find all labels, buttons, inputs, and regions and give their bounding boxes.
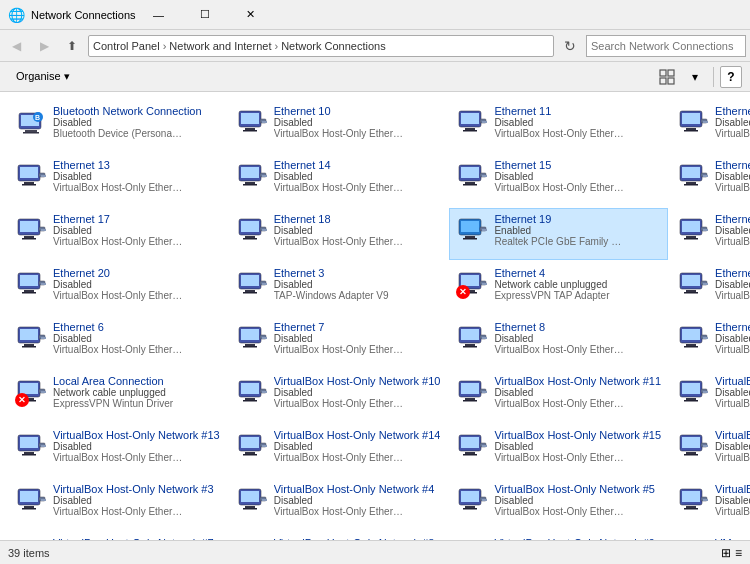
- forward-button[interactable]: ▶: [32, 34, 56, 58]
- network-desc: VirtualBox Host-Only Ethernet Ad...: [53, 344, 183, 355]
- help-button[interactable]: ?: [720, 66, 742, 88]
- network-desc: VirtualBox Host-Only Ethernet Ad...: [274, 182, 404, 193]
- network-desc: VirtualBox Host-Only Ethernet Ad...: [715, 128, 750, 139]
- svg-rect-123: [703, 337, 708, 339]
- network-icon: [456, 483, 488, 515]
- network-item[interactable]: VirtualBox Host-Only Network #10Disabled…: [229, 370, 448, 422]
- search-input[interactable]: [586, 35, 746, 57]
- svg-rect-180: [245, 506, 255, 508]
- svg-rect-97: [684, 292, 698, 294]
- view-small-icon[interactable]: ≡: [735, 546, 742, 560]
- network-item[interactable]: VirtualBox Host-Only Network #8DisabledV…: [229, 532, 448, 540]
- network-item[interactable]: VirtualBox Host-Only Network #11Disabled…: [449, 370, 668, 422]
- network-item[interactable]: VirtualBox Host-Only Network #15Disabled…: [449, 424, 668, 476]
- network-item[interactable]: VirtualBox Host-Only Network #6DisabledV…: [670, 478, 750, 530]
- network-item[interactable]: VirtualBox Host-Only Network #5DisabledV…: [449, 478, 668, 530]
- network-icon: [677, 267, 709, 299]
- network-status: Disabled: [274, 333, 441, 344]
- svg-rect-150: [24, 452, 34, 454]
- network-item[interactable]: Ethernet 20DisabledVirtualBox Host-Only …: [8, 262, 227, 314]
- network-item[interactable]: Ethernet 13DisabledVirtualBox Host-Only …: [8, 154, 227, 206]
- network-desc: VirtualBox Host-Only Ethernet Ad...: [274, 236, 404, 247]
- network-desc: VirtualBox Host-Only Ethernet Ad...: [715, 290, 750, 301]
- network-info: Ethernet 7DisabledVirtualBox Host-Only E…: [274, 321, 441, 355]
- network-item[interactable]: VirtualBox Host-Only Network #9DisabledV…: [449, 532, 668, 540]
- view-list-button[interactable]: ▾: [683, 66, 707, 88]
- network-item[interactable]: Ethernet 9DisabledVirtualBox Host-Only E…: [670, 316, 750, 368]
- network-item[interactable]: VirtualBox Host-Only Network #13Disabled…: [8, 424, 227, 476]
- svg-rect-179: [241, 491, 259, 502]
- svg-rect-18: [465, 128, 475, 130]
- svg-rect-131: [241, 383, 259, 394]
- svg-rect-147: [703, 391, 708, 393]
- refresh-button[interactable]: ↻: [558, 34, 582, 58]
- network-name: VirtualBox Host-Only Network #14: [274, 429, 441, 441]
- network-desc: VirtualBox Host-Only Ethernet Ad...: [494, 398, 624, 409]
- network-icon: [677, 321, 709, 353]
- network-desc: VirtualBox Host-Only Ethernet Ad...: [53, 506, 183, 517]
- network-item[interactable]: Ethernet 5DisabledVirtualBox Host-Only E…: [670, 262, 750, 314]
- network-item[interactable]: VirtualBox Host-Only Network #4DisabledV…: [229, 478, 448, 530]
- network-icon: [236, 321, 268, 353]
- svg-rect-108: [245, 344, 255, 346]
- svg-rect-149: [20, 437, 38, 448]
- svg-rect-193: [684, 508, 698, 510]
- network-item[interactable]: Ethernet 7DisabledVirtualBox Host-Only E…: [229, 316, 448, 368]
- svg-rect-151: [22, 454, 36, 456]
- maximize-button[interactable]: ☐: [182, 0, 228, 30]
- network-item[interactable]: VirtualBox Host-Only Network #3DisabledV…: [8, 478, 227, 530]
- svg-rect-135: [262, 391, 267, 393]
- svg-rect-31: [22, 184, 36, 186]
- network-item[interactable]: Ethernet 19EnabledRealtek PCIe GbE Famil…: [449, 208, 668, 260]
- svg-rect-157: [243, 454, 257, 456]
- network-desc: VirtualBox Host-Only Ethernet Ad...: [494, 182, 624, 193]
- network-name: Ethernet 10: [274, 105, 441, 117]
- network-icon: [677, 213, 709, 245]
- network-status: Disabled: [494, 117, 661, 128]
- network-info: Ethernet 20DisabledVirtualBox Host-Only …: [53, 267, 220, 301]
- network-desc: VirtualBox Host-Only Ethernet Ad...: [715, 398, 750, 409]
- organise-button[interactable]: Organise ▾: [8, 66, 78, 88]
- network-item[interactable]: VirtualBox Host-Only Network #7DisabledV…: [8, 532, 227, 540]
- network-item[interactable]: Ethernet 11DisabledVirtualBox Host-Only …: [449, 100, 668, 152]
- network-icon: [456, 105, 488, 137]
- network-item[interactable]: Ethernet 6DisabledVirtualBox Host-Only E…: [8, 316, 227, 368]
- close-button[interactable]: ✕: [228, 0, 274, 30]
- network-item[interactable]: Ethernet 3DisabledTAP-Windows Adapter V9: [229, 262, 448, 314]
- network-item[interactable]: B Bluetooth Network ConnectionDisabledBl…: [8, 100, 227, 152]
- network-item[interactable]: Ethernet 17DisabledVirtualBox Host-Only …: [8, 208, 227, 260]
- network-item[interactable]: Ethernet 10DisabledVirtualBox Host-Only …: [229, 100, 448, 152]
- network-desc: VirtualBox Host-Only Ethernet Ad...: [53, 182, 183, 193]
- svg-rect-159: [262, 445, 267, 447]
- network-item[interactable]: VirtualBox Host-Only Network #2DisabledV…: [670, 424, 750, 476]
- network-icon: [677, 375, 709, 407]
- view-icon-button[interactable]: [655, 66, 679, 88]
- up-button[interactable]: ⬆: [60, 34, 84, 58]
- minimize-button[interactable]: —: [136, 0, 182, 30]
- view-large-icon[interactable]: ⊞: [721, 546, 731, 560]
- network-icon: ✕: [15, 375, 47, 407]
- network-item[interactable]: ✕Ethernet 4Network cable unpluggedExpres…: [449, 262, 668, 314]
- svg-rect-39: [262, 175, 267, 177]
- network-name: VirtualBox Host-Only Network #11: [494, 375, 661, 387]
- svg-rect-49: [684, 184, 698, 186]
- breadcrumb[interactable]: Control Panel › Network and Internet › N…: [88, 35, 554, 57]
- network-item[interactable]: Ethernet 18DisabledVirtualBox Host-Only …: [229, 208, 448, 260]
- network-item[interactable]: Ethernet 16DisabledVirtualBox Host-Only …: [670, 154, 750, 206]
- svg-rect-84: [245, 290, 255, 292]
- network-item[interactable]: VirtualBox Host-Only Network #12Disabled…: [670, 370, 750, 422]
- network-item[interactable]: Ethernet 14DisabledVirtualBox Host-Only …: [229, 154, 448, 206]
- network-item[interactable]: Ethernet 2DisabledVirtualBox Host-Only E…: [670, 208, 750, 260]
- network-item[interactable]: VirtualBox Host-Only Network #14Disabled…: [229, 424, 448, 476]
- network-name: VirtualBox Host-Only Network #4: [274, 483, 441, 495]
- network-item[interactable]: Ethernet 8DisabledVirtualBox Host-Only E…: [449, 316, 668, 368]
- network-item[interactable]: ✕Local Area ConnectionNetwork cable unpl…: [8, 370, 227, 422]
- back-button[interactable]: ◀: [4, 34, 28, 58]
- network-item[interactable]: Ethernet 15DisabledVirtualBox Host-Only …: [449, 154, 668, 206]
- breadcrumb-control-panel[interactable]: Control Panel: [93, 40, 160, 52]
- breadcrumb-network-internet[interactable]: Network and Internet: [169, 40, 271, 52]
- network-item[interactable]: VMware Network Adapter VMnet1DisabledVMw…: [670, 532, 750, 540]
- network-status: Enabled: [494, 225, 661, 236]
- network-status: Disabled: [715, 333, 750, 344]
- network-item[interactable]: Ethernet 12DisabledVirtualBox Host-Only …: [670, 100, 750, 152]
